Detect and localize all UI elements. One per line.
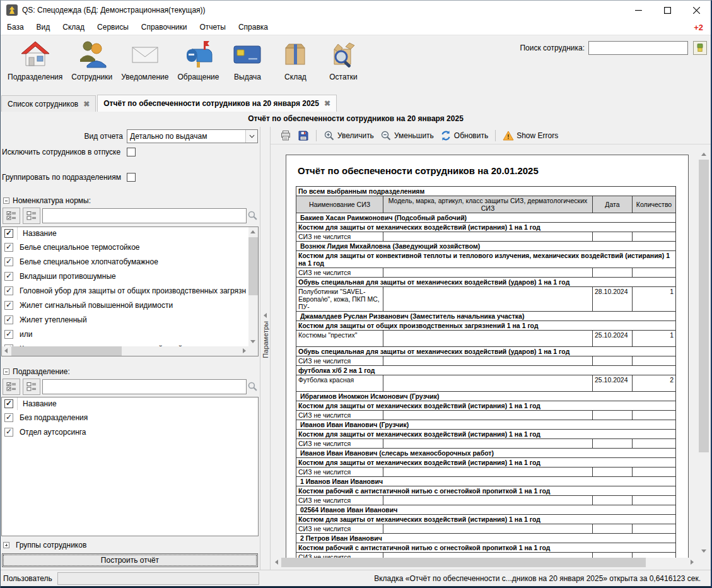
list-header[interactable]: Название xyxy=(2,227,258,240)
toolbar-button-envelope[interactable]: Уведомление xyxy=(117,35,173,94)
close-tab-icon[interactable]: ✖ xyxy=(83,100,90,109)
list-item[interactable]: Отдел аутсорсинга xyxy=(2,425,258,439)
employee-search-input[interactable] xyxy=(588,41,688,55)
collapse-arrow-icon[interactable] xyxy=(264,313,267,318)
list-item[interactable]: Головной убор для защиты от общих произв… xyxy=(2,283,258,298)
search-icon[interactable] xyxy=(247,381,258,392)
report-row-item: СИЗ не числится xyxy=(296,439,676,449)
menu-item[interactable]: Сервисы xyxy=(91,21,135,33)
cell-qty xyxy=(633,467,676,477)
uncheck-all-button[interactable] xyxy=(23,208,40,224)
item-checkbox[interactable] xyxy=(4,301,13,310)
list-item[interactable]: или xyxy=(2,327,258,341)
maximize-button[interactable] xyxy=(653,1,682,20)
report-column-headers: Наименование СИЗМодель, марка, артикул, … xyxy=(296,196,676,213)
cell-norm: Костюм для защиты от механических воздей… xyxy=(296,458,676,467)
department-filter-input[interactable] xyxy=(42,379,247,394)
report-type-combobox[interactable]: Детально по выдачам xyxy=(127,129,258,143)
tab[interactable]: Список сотрудников✖ xyxy=(1,95,96,112)
list-item[interactable]: Белье специальное термостойкое xyxy=(2,240,258,254)
select-all-checkbox[interactable] xyxy=(4,399,13,408)
vertical-scrollbar[interactable] xyxy=(248,227,258,346)
box-search-icon xyxy=(328,39,358,69)
item-checkbox[interactable] xyxy=(4,428,13,437)
menu-item[interactable]: База xyxy=(1,21,30,33)
item-checkbox[interactable] xyxy=(4,272,13,281)
cell-model xyxy=(383,467,593,477)
list-item[interactable]: Вкладыши противошумные xyxy=(2,269,258,283)
list-item[interactable]: Жилет утепленный xyxy=(2,312,258,327)
close-button[interactable] xyxy=(682,1,711,20)
clear-search-button[interactable] xyxy=(693,41,707,55)
cell-name: СИЗ не числится xyxy=(296,496,383,505)
tab[interactable]: Отчёт по обеспеченности сотрудников на 2… xyxy=(97,95,337,112)
panel-splitter[interactable]: Параметры xyxy=(260,127,271,570)
refresh-button[interactable]: Обновить xyxy=(437,129,491,143)
report-page: Отчёт по обеспечености сотрудников на 20… xyxy=(286,155,689,562)
window-title: QS: Спецодежда (БД: Демонстрационная(тек… xyxy=(22,6,206,15)
search-icon[interactable] xyxy=(247,210,258,221)
check-all-button[interactable] xyxy=(3,379,20,395)
cell-name: СИЗ не числится xyxy=(296,232,383,242)
report-horizontal-scrollbar[interactable] xyxy=(272,558,696,567)
uncheck-all-button[interactable] xyxy=(23,379,40,395)
item-checkbox[interactable] xyxy=(4,413,13,422)
item-checkbox[interactable] xyxy=(4,286,13,295)
uncheck-list-icon xyxy=(26,211,37,221)
collapse-icon[interactable] xyxy=(3,368,9,375)
menu-item[interactable]: Вид xyxy=(30,21,57,33)
horizontal-scrollbar[interactable] xyxy=(2,346,248,356)
report-vertical-scrollbar[interactable] xyxy=(699,150,709,556)
list-header[interactable]: Название xyxy=(2,397,258,410)
zoom-out-button[interactable]: Уменьшить xyxy=(377,129,437,143)
show-errors-button[interactable]: Show Errors xyxy=(499,129,561,143)
cell-model xyxy=(383,331,593,347)
toolbar-button-label: Склад xyxy=(284,73,306,81)
select-all-checkbox[interactable] xyxy=(4,229,13,238)
toolbar-button-house[interactable]: Подразделения xyxy=(3,35,67,94)
menu-item[interactable]: Справочники xyxy=(135,21,194,33)
toolbar-button-box-search[interactable]: Остатки xyxy=(319,35,367,94)
list-item[interactable]: Жилет сигнальный повышенной видимости xyxy=(2,298,258,312)
toolbar-button-box[interactable]: Склад xyxy=(271,35,319,94)
list-item[interactable]: Белье специальное хлопчатобумажное xyxy=(2,254,258,269)
nomenclature-filter-input[interactable] xyxy=(42,208,247,223)
toolbar-button-people[interactable]: Сотрудники xyxy=(67,35,117,94)
expand-icon[interactable] xyxy=(3,542,9,548)
item-checkbox[interactable] xyxy=(4,243,13,252)
zoom-in-button[interactable]: Увеличить xyxy=(320,129,377,143)
report-row-norm: Костюм рабочий с антистатичной нитью с о… xyxy=(296,543,676,553)
menu-item[interactable]: Справка xyxy=(232,21,274,33)
exclude-vacation-label: Исключить сотрудников в отпуске xyxy=(2,148,127,156)
list-item[interactable]: Без подразделения xyxy=(2,410,258,425)
employee-groups-section[interactable]: Группы сотрудников xyxy=(3,541,86,550)
menu-item[interactable]: Склад xyxy=(56,21,91,33)
item-checkbox[interactable] xyxy=(4,257,13,266)
chevron-down-icon[interactable] xyxy=(245,130,257,143)
toolbar-button-card[interactable]: Выдача xyxy=(223,35,271,94)
printer-icon xyxy=(280,130,291,141)
collapse-icon[interactable] xyxy=(3,197,9,204)
report-row-item: СИЗ не числится xyxy=(296,496,676,505)
print-button[interactable] xyxy=(277,129,295,143)
cell-model xyxy=(383,375,593,392)
item-checkbox[interactable] xyxy=(4,330,13,339)
department-section-header[interactable]: Подразделение: xyxy=(3,367,70,376)
nomenclature-section-header[interactable]: Номенклатура нормы: xyxy=(3,196,91,205)
overflow-badge[interactable]: +2 xyxy=(694,23,711,32)
exclude-vacation-checkbox[interactable] xyxy=(127,148,136,156)
column-header: Наименование СИЗ xyxy=(296,196,383,213)
cell-name: Костюмы "престих" xyxy=(296,331,383,347)
minimize-button[interactable] xyxy=(624,1,653,20)
card-icon xyxy=(232,39,262,69)
group-by-department-checkbox[interactable] xyxy=(127,173,136,182)
toolbar-button-mailbox[interactable]: Обращение xyxy=(173,35,224,94)
close-tab-icon[interactable]: ✖ xyxy=(324,99,330,108)
check-all-button[interactable] xyxy=(3,208,20,224)
report-row-item: СИЗ не числится xyxy=(296,411,676,420)
menu-item[interactable]: Отчеты xyxy=(193,21,231,33)
cell-name: СИЗ не числится xyxy=(296,439,383,449)
build-report-button[interactable]: Построить отчёт xyxy=(2,553,258,567)
item-checkbox[interactable] xyxy=(4,315,13,324)
save-button[interactable] xyxy=(295,129,312,143)
